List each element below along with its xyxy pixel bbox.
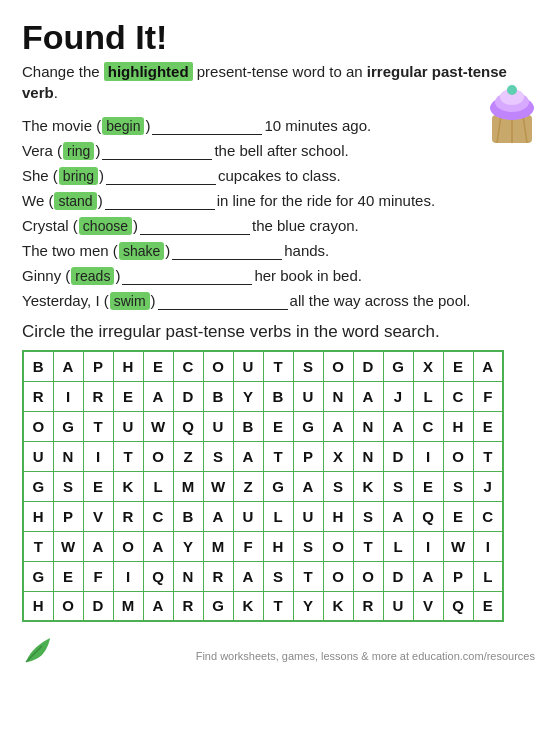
grid-cell: H: [23, 591, 53, 621]
answer-blank: [140, 217, 250, 235]
grid-cell: N: [173, 561, 203, 591]
answer-blank: [105, 192, 215, 210]
grid-cell: O: [113, 531, 143, 561]
grid-cell: T: [83, 411, 113, 441]
grid-cell: A: [143, 531, 173, 561]
answer-blank: [106, 167, 216, 185]
grid-cell: G: [23, 561, 53, 591]
grid-cell: P: [443, 561, 473, 591]
grid-cell: Q: [143, 561, 173, 591]
sentence-suffix: 10 minutes ago.: [264, 117, 371, 134]
grid-cell: K: [233, 591, 263, 621]
grid-cell: O: [203, 351, 233, 381]
sentence-suffix: the bell after school.: [214, 142, 348, 159]
grid-cell: T: [353, 531, 383, 561]
grid-cell: E: [53, 561, 83, 591]
subtitle-pre: Change the: [22, 63, 104, 80]
grid-cell: A: [143, 381, 173, 411]
sentence-verb: shake: [119, 242, 164, 260]
grid-cell: D: [83, 591, 113, 621]
grid-cell: J: [383, 381, 413, 411]
grid-cell: G: [23, 471, 53, 501]
sentence-row: Ginny (reads) her book in bed.: [22, 267, 535, 285]
grid-cell: K: [353, 471, 383, 501]
subtitle-end: .: [54, 84, 58, 101]
grid-cell: B: [23, 351, 53, 381]
grid-cell: A: [413, 561, 443, 591]
grid-cell: V: [413, 591, 443, 621]
sentence-post: ): [99, 167, 104, 184]
grid-cell: R: [203, 561, 233, 591]
grid-cell: D: [353, 351, 383, 381]
sentence-pre: We (: [22, 192, 53, 209]
sentence-pre: Yesterday, I (: [22, 292, 109, 309]
grid-cell: C: [143, 501, 173, 531]
sentence-verb: ring: [63, 142, 94, 160]
sentence-row: Vera (ring) the bell after school.: [22, 142, 535, 160]
sentence-verb: bring: [59, 167, 98, 185]
grid-cell: L: [473, 561, 503, 591]
grid-cell: O: [143, 441, 173, 471]
grid-cell: T: [473, 441, 503, 471]
grid-cell: E: [413, 471, 443, 501]
sentence-post: ): [133, 217, 138, 234]
grid-cell: P: [293, 441, 323, 471]
grid-cell: Y: [173, 531, 203, 561]
sentence-post: ): [115, 267, 120, 284]
grid-cell: R: [353, 591, 383, 621]
grid-cell: D: [383, 441, 413, 471]
grid-cell: G: [203, 591, 233, 621]
grid-cell: A: [233, 441, 263, 471]
grid-cell: R: [113, 501, 143, 531]
sentence-verb: begin: [102, 117, 144, 135]
sentence-pre: The two men (: [22, 242, 118, 259]
grid-cell: O: [443, 441, 473, 471]
grid-cell: U: [383, 591, 413, 621]
grid-cell: W: [53, 531, 83, 561]
grid-cell: G: [263, 471, 293, 501]
sentences-section: The movie (begin) 10 minutes ago.Vera (r…: [22, 117, 535, 310]
grid-cell: I: [113, 561, 143, 591]
grid-cell: N: [53, 441, 83, 471]
grid-cell: G: [293, 411, 323, 441]
grid-cell: B: [203, 381, 233, 411]
answer-blank: [152, 117, 262, 135]
grid-cell: A: [143, 591, 173, 621]
answer-blank: [158, 292, 288, 310]
sentence-pre: Crystal (: [22, 217, 78, 234]
grid-cell: U: [293, 501, 323, 531]
grid-cell: A: [383, 411, 413, 441]
grid-cell: S: [443, 471, 473, 501]
sentence-verb: reads: [71, 267, 114, 285]
grid-cell: B: [233, 411, 263, 441]
grid-cell: S: [53, 471, 83, 501]
sentence-row: The movie (begin) 10 minutes ago.: [22, 117, 535, 135]
grid-cell: A: [323, 411, 353, 441]
grid-cell: L: [413, 381, 443, 411]
grid-cell: U: [23, 441, 53, 471]
grid-cell: B: [173, 501, 203, 531]
sentence-suffix: her book in bed.: [254, 267, 362, 284]
grid-cell: Y: [293, 591, 323, 621]
grid-cell: E: [443, 351, 473, 381]
grid-cell: A: [293, 471, 323, 501]
grid-cell: E: [113, 381, 143, 411]
grid-cell: A: [233, 561, 263, 591]
grid-cell: E: [443, 501, 473, 531]
grid-cell: I: [413, 441, 443, 471]
sentence-row: We (stand) in line for the ride for 40 m…: [22, 192, 535, 210]
sentence-post: ): [165, 242, 170, 259]
answer-blank: [102, 142, 212, 160]
grid-cell: T: [263, 591, 293, 621]
grid-cell: T: [113, 441, 143, 471]
grid-cell: O: [353, 561, 383, 591]
sentence-verb: swim: [110, 292, 150, 310]
grid-cell: S: [203, 441, 233, 471]
grid-cell: B: [263, 381, 293, 411]
grid-cell: U: [233, 351, 263, 381]
page-title: Found It!: [22, 18, 535, 57]
sentence-verb: stand: [54, 192, 96, 210]
grid-cell: N: [353, 411, 383, 441]
grid-cell: Q: [443, 591, 473, 621]
grid-cell: C: [413, 411, 443, 441]
